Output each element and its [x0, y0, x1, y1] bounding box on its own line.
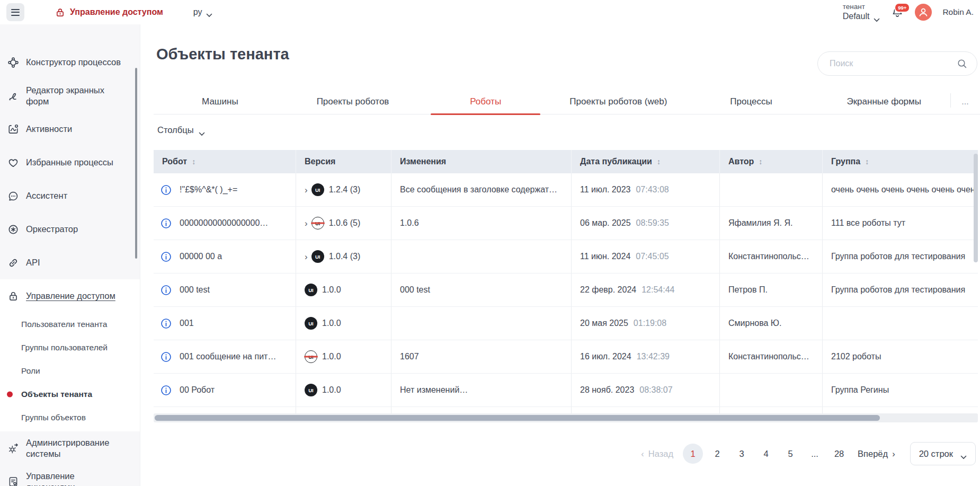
chevron-down-icon	[960, 452, 967, 456]
table-row[interactable]: 00 РоботUI1.0.0Нет изменений…28 нояб. 20…	[154, 374, 978, 407]
sidebar-subitem[interactable]: Объекты тенанта	[0, 383, 140, 406]
changes-cell: 000 test	[391, 273, 571, 306]
robot-name: !"£$%^&*( )_+=	[180, 185, 237, 195]
sidebar-item[interactable]: API	[0, 246, 140, 279]
sidebar-item[interactable]: Оркестратор	[0, 213, 140, 246]
sidebar-menu: Конструктор процессовРедактор экранных ф…	[0, 24, 140, 486]
sidebar-item[interactable]: Избранные процессы	[0, 146, 140, 179]
publish-date: 28 нояб. 2023	[580, 385, 634, 395]
sidebar-item[interactable]: Управление доступом	[0, 279, 140, 313]
info-icon[interactable]	[161, 218, 172, 229]
form-editor-icon	[7, 90, 19, 102]
sidebar-subitem[interactable]: Группы объектов	[0, 406, 140, 429]
info-icon[interactable]	[161, 351, 172, 363]
search-input[interactable]	[830, 59, 957, 68]
table-row[interactable]	[154, 407, 978, 413]
sidebar-item[interactable]: Редактор экранных форм	[0, 79, 140, 112]
notifications-badge: 99+	[894, 3, 910, 13]
page-number[interactable]: 2	[707, 444, 727, 464]
info-icon[interactable]	[161, 251, 172, 262]
page-size-select[interactable]: 20 строк	[910, 442, 976, 465]
info-icon[interactable]	[161, 385, 172, 396]
notifications-button[interactable]: 99+	[890, 5, 904, 19]
chevron-down-icon	[206, 10, 212, 14]
expand-chevron-icon[interactable]: ›	[305, 185, 308, 195]
sidebar-item-label: Редактор экранных форм	[26, 85, 108, 107]
info-icon[interactable]	[161, 184, 172, 196]
menu-toggle-button[interactable]	[6, 3, 24, 21]
publish-date: 20 мая 2025	[580, 319, 628, 328]
tab[interactable]: Роботы	[419, 89, 552, 114]
publish-date-cell: 06 мар. 202508:59:35	[571, 207, 719, 240]
table-row[interactable]: 001 сообщение на пит…UI1.0.0160716 июл. …	[154, 340, 978, 374]
version-cell: UI1.0.0	[296, 340, 391, 373]
expand-chevron-icon[interactable]: ›	[305, 252, 308, 261]
sidebar-item[interactable]: Ассистент	[0, 179, 140, 213]
tab-label: Проекты роботов	[317, 96, 389, 107]
sort-icon[interactable]: ↕	[657, 157, 661, 166]
group-cell: Группа роботов для тестирования	[822, 240, 978, 273]
language-selector[interactable]: ру	[193, 7, 212, 17]
column-header-label: Автор	[728, 157, 754, 166]
page-number[interactable]: 1	[683, 444, 703, 464]
sidebar-subitem[interactable]: Роли	[0, 359, 140, 383]
sort-icon[interactable]: ↕	[865, 157, 869, 166]
author-cell: Смирнова Ю.	[719, 307, 822, 340]
flow-icon	[7, 57, 19, 68]
sidebar-item[interactable]: Администрирование системы	[0, 431, 140, 465]
next-page-button[interactable]: Вперёд ›	[858, 449, 895, 459]
table-row[interactable]: 001UI1.0.020 мая 202501:19:08Смирнова Ю.	[154, 307, 978, 340]
ui-robot-badge-deprecated: UI	[311, 217, 324, 229]
sidebar-item-label: Объекты тенанта	[21, 390, 92, 399]
info-icon[interactable]	[161, 285, 172, 296]
sort-icon[interactable]: ↕	[759, 157, 762, 166]
table-row[interactable]: !"£$%^&*( )_+=›UI1.2.4 (3)Все сообщения …	[154, 173, 978, 207]
page-number[interactable]: 28	[829, 444, 849, 464]
table-row[interactable]: 00000 00 a›UI1.0.4 (3)11 июн. 202407:45:…	[154, 240, 978, 273]
publish-time: 08:59:35	[636, 218, 669, 228]
group-cell	[822, 407, 978, 413]
horizontal-scrollbar-track[interactable]	[154, 413, 978, 422]
tab[interactable]: Экранные формы	[817, 89, 950, 114]
page-number[interactable]: 3	[732, 444, 752, 464]
avatar[interactable]	[915, 4, 932, 21]
column-header[interactable]: Группа↕	[822, 150, 978, 173]
sidebar-scrollbar[interactable]	[135, 68, 137, 259]
search-icon[interactable]	[957, 58, 967, 69]
horizontal-scrollbar-thumb[interactable]	[155, 415, 880, 421]
tab[interactable]: Проекты роботов	[287, 89, 420, 114]
tab[interactable]: Процессы	[685, 89, 818, 114]
page-number[interactable]: 5	[780, 444, 800, 464]
column-header[interactable]: Дата публикации↕	[571, 150, 719, 173]
author-cell: Константинопольс…	[719, 240, 822, 273]
sidebar-item[interactable]: Управление лицензиями	[0, 465, 140, 486]
tab-label: Проекты роботов (web)	[569, 96, 667, 107]
sort-icon[interactable]: ↕	[192, 157, 195, 166]
more-tabs-button[interactable]: ...	[950, 89, 980, 114]
user-name[interactable]: Robin A.	[942, 7, 974, 17]
sidebar-item[interactable]: Конструктор процессов	[0, 46, 140, 79]
sidebar-subitem[interactable]: Пользователи тенанта	[0, 313, 140, 336]
column-header[interactable]: Автор↕	[719, 150, 822, 173]
tenant-selector[interactable]: тенант Default	[843, 3, 880, 22]
page-ellipsis[interactable]: ...	[805, 444, 825, 464]
columns-button[interactable]: Столбцы	[157, 125, 205, 135]
tab[interactable]: Проекты роботов (web)	[552, 89, 685, 114]
column-header[interactable]: Робот↕	[154, 150, 296, 173]
publish-date-cell: 16 июл. 202413:42:39	[571, 340, 719, 373]
robot-name: 001 сообщение на пит…	[180, 352, 276, 361]
tab[interactable]: Машины	[154, 89, 287, 114]
ui-robot-badge: UI	[311, 183, 324, 196]
prev-page-button[interactable]: ‹ Назад	[641, 449, 673, 459]
expand-chevron-icon[interactable]: ›	[305, 219, 308, 228]
sidebar-item[interactable]: Активности	[0, 112, 140, 146]
vertical-scrollbar-thumb[interactable]	[974, 154, 978, 262]
page-number[interactable]: 4	[756, 444, 776, 464]
table-row[interactable]: 00000000000000000…›UI1.0.6 (5)1.0.606 ма…	[154, 207, 978, 240]
info-icon[interactable]	[161, 318, 172, 329]
robot-name: 00 Робот	[180, 385, 215, 395]
table-row[interactable]: 000 testUI1.0.0000 test22 февр. 202412:5…	[154, 273, 978, 307]
robot-cell: 000 test	[154, 273, 296, 306]
app-logo[interactable]: Управление доступом	[55, 7, 163, 17]
sidebar-subitem[interactable]: Группы пользователей	[0, 336, 140, 359]
